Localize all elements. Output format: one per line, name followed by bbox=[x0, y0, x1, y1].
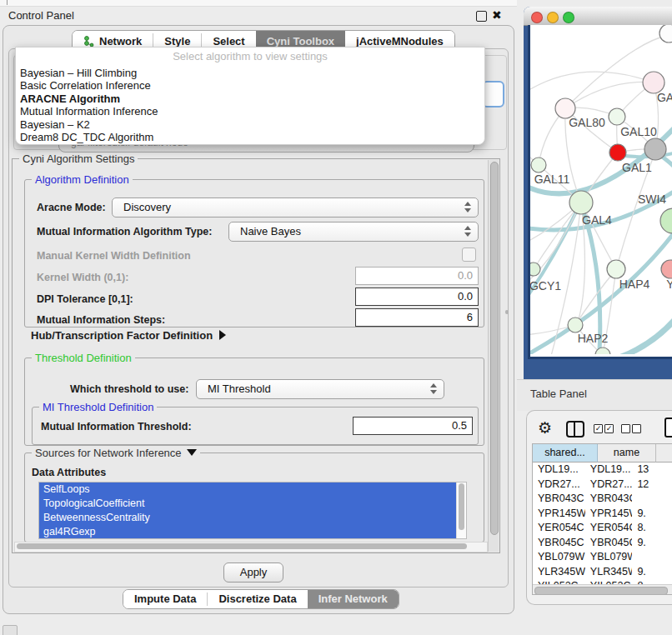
zoom-window-icon[interactable] bbox=[563, 12, 574, 23]
network-node[interactable] bbox=[661, 260, 672, 278]
panel-splitter-handle[interactable] bbox=[505, 310, 509, 314]
table-row[interactable]: YER054CYER054C8. bbox=[533, 521, 672, 536]
mi-algorithm-type-label: Mutual Information Algorithm Type: bbox=[37, 226, 212, 238]
algorithm-option-selected[interactable]: ARACNE Algorithm bbox=[20, 92, 480, 105]
cell: 9. bbox=[632, 536, 672, 551]
network-edge[interactable] bbox=[534, 202, 581, 269]
attributes-scrollbar[interactable] bbox=[456, 482, 466, 538]
tab-select-label: Select bbox=[213, 35, 244, 48]
network-node[interactable] bbox=[660, 208, 672, 233]
algorithm-dropdown-placeholder: Select algorithm to view settings bbox=[16, 50, 484, 62]
mi-algorithm-type-combobox[interactable]: Naive Bayes bbox=[228, 222, 479, 242]
select-all-checkboxes-icon[interactable]: ✓ bbox=[604, 424, 614, 433]
table-body: YDL19...YDL19...13 YDR27...YDR27...12 YB… bbox=[533, 462, 672, 594]
cell: YLR345W bbox=[533, 565, 585, 580]
table-row[interactable]: YDR27...YDR27...12 bbox=[533, 478, 672, 492]
cell: YBL079W bbox=[585, 550, 633, 565]
table-row[interactable]: YBR043CYBR043C bbox=[533, 492, 672, 507]
algorithm-definition-group: Algorithm Definition Aracne Mode: Discov… bbox=[24, 179, 484, 328]
network-node[interactable] bbox=[607, 260, 625, 278]
attribute-item-selected[interactable]: BetweennessCentrality bbox=[39, 511, 466, 525]
kernel-width-field[interactable]: 0.0 bbox=[355, 267, 479, 285]
mi-threshold-field[interactable]: 0.5 bbox=[353, 417, 473, 435]
column-header-name[interactable]: name bbox=[598, 444, 656, 462]
settings-horizontal-scrollbar-thumb[interactable] bbox=[17, 543, 467, 549]
table-row[interactable]: YBL079WYBL079W bbox=[533, 550, 672, 565]
attribute-item-selected[interactable]: SelfLoops bbox=[39, 482, 466, 497]
settings-vertical-scrollbar-thumb[interactable] bbox=[490, 162, 499, 535]
gear-icon[interactable]: ⚙ bbox=[538, 419, 552, 438]
network-node[interactable] bbox=[659, 25, 672, 42]
settings-vertical-scrollbar[interactable] bbox=[488, 160, 499, 552]
column-header-partial[interactable]: A bbox=[656, 444, 672, 462]
algorithm-option[interactable]: Dream8 DC_TDC Algorithm bbox=[20, 131, 480, 143]
table-row[interactable]: YPR145WYPR145W9. bbox=[533, 507, 672, 522]
network-node[interactable] bbox=[609, 108, 625, 125]
algorithm-option[interactable]: Bayesian – K2 bbox=[20, 118, 480, 131]
cell: YBR045C bbox=[533, 536, 585, 551]
close-icon[interactable]: ✖ bbox=[492, 8, 502, 22]
settings-horizontal-scrollbar[interactable] bbox=[14, 542, 488, 552]
float-panel-icon[interactable] bbox=[476, 11, 487, 22]
mi-steps-label: Mutual Information Steps: bbox=[37, 314, 165, 326]
column-view-icon[interactable] bbox=[566, 421, 584, 438]
cell bbox=[632, 550, 672, 565]
aracne-mode-combobox[interactable]: Discovery bbox=[112, 198, 479, 218]
network-canvas[interactable]: GALGAL80GAL10GAL1GAL11GAL4SWI4GCY1HAP4YH… bbox=[528, 25, 672, 359]
column-header-shared-name[interactable]: shared... bbox=[533, 444, 598, 462]
cell: YDL19... bbox=[585, 462, 633, 478]
cell: YER054C bbox=[533, 521, 585, 536]
network-edge[interactable] bbox=[600, 315, 672, 354]
tab-infer-network[interactable]: Infer Network bbox=[308, 590, 399, 608]
splitter-tick[interactable] bbox=[7, 0, 8, 5]
manual-kernel-width-checkbox[interactable] bbox=[462, 248, 476, 262]
mi-steps-field[interactable]: 6 bbox=[355, 308, 479, 327]
table-row[interactable]: YLR345WYLR345W9. bbox=[533, 565, 672, 580]
algorithm-option[interactable]: Basic Correlation Inference bbox=[20, 79, 480, 92]
apply-button[interactable]: Apply bbox=[223, 562, 283, 582]
table-horizontal-scrollbar[interactable] bbox=[533, 584, 672, 595]
network-node[interactable] bbox=[531, 158, 546, 172]
select-all-checkboxes-icon[interactable]: ✓ bbox=[594, 424, 603, 433]
deselect-all-checkboxes-icon[interactable] bbox=[632, 424, 641, 433]
network-node[interactable] bbox=[609, 144, 626, 161]
close-window-icon[interactable] bbox=[531, 12, 543, 23]
chevron-right-icon[interactable] bbox=[219, 330, 226, 340]
stepper-icon bbox=[464, 226, 471, 237]
which-threshold-combobox[interactable]: MI Threshold bbox=[196, 379, 444, 399]
cell: 12 bbox=[632, 478, 672, 492]
network-node-label: GAL11 bbox=[534, 172, 570, 186]
network-window-titlebar[interactable] bbox=[524, 7, 672, 26]
which-threshold-label: Which threshold to use: bbox=[70, 383, 188, 395]
deselect-all-checkboxes-icon[interactable] bbox=[621, 424, 630, 433]
inference-algorithm-combobox[interactable] bbox=[482, 81, 504, 108]
data-attributes-list[interactable]: SelfLoops TopologicalCoefficient Between… bbox=[38, 482, 467, 539]
network-node[interactable] bbox=[530, 262, 540, 276]
network-node[interactable] bbox=[644, 138, 666, 160]
new-column-icon[interactable] bbox=[664, 418, 672, 438]
attribute-item-selected[interactable]: TopologicalCoefficient bbox=[39, 497, 466, 511]
cell: YBR043C bbox=[533, 492, 585, 507]
tab-style-label: Style bbox=[164, 35, 190, 48]
chevron-down-icon[interactable] bbox=[187, 449, 197, 456]
tab-discretize-data[interactable]: Discretize Data bbox=[208, 590, 307, 608]
minimized-panel-icon[interactable] bbox=[3, 625, 18, 635]
network-node[interactable] bbox=[569, 191, 593, 214]
network-node-label: SWI4 bbox=[638, 192, 666, 206]
cell: YER054C bbox=[585, 521, 633, 536]
network-node[interactable] bbox=[568, 318, 583, 332]
algorithm-option[interactable]: Bayesian – Hill Climbing bbox=[20, 67, 480, 79]
network-node-label: GAL10 bbox=[620, 125, 657, 138]
table-row[interactable]: YDL19...YDL19...13 bbox=[533, 462, 672, 478]
minimize-window-icon[interactable] bbox=[547, 12, 559, 23]
cell: YDR27... bbox=[533, 478, 585, 492]
hub-definition-toggle[interactable]: Hub/Transcription Factor Definition bbox=[31, 329, 226, 342]
tab-impute-data[interactable]: Impute Data bbox=[123, 590, 207, 608]
sources-title: Sources for Network Inference bbox=[32, 447, 200, 459]
algorithm-option[interactable]: Mutual Information Inference bbox=[20, 105, 480, 118]
attributes-scrollbar-thumb[interactable] bbox=[459, 483, 464, 530]
dpi-tolerance-field[interactable]: 0.0 bbox=[355, 288, 479, 306]
table-row[interactable]: YBR045CYBR045C9. bbox=[533, 536, 672, 551]
attribute-item-selected[interactable]: gal4RGexp bbox=[39, 525, 466, 539]
table-horizontal-scrollbar-thumb[interactable] bbox=[534, 587, 668, 595]
